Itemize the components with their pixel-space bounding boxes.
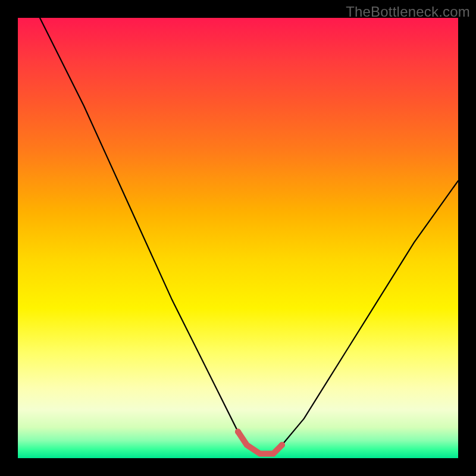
watermark-text: TheBottleneck.com [346, 4, 470, 20]
plot-area [18, 18, 458, 458]
optimal-end-dot [279, 442, 285, 448]
chart-frame: TheBottleneck.com [0, 0, 476, 476]
optimal-start-dot [235, 429, 241, 435]
optimal-segment [238, 432, 282, 454]
curve-layer [18, 18, 458, 458]
bottleneck-curve [40, 18, 458, 454]
